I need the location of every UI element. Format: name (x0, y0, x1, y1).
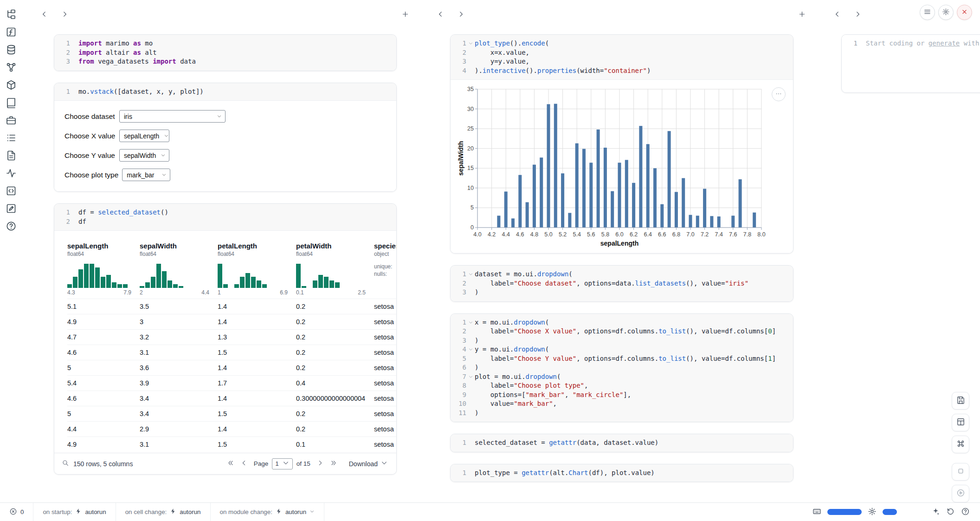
page-number-select[interactable]: 1 (272, 458, 293, 469)
svg-text:4.4: 4.4 (502, 231, 510, 238)
run-button[interactable] (952, 485, 969, 502)
sidebar-tracing-button[interactable] (4, 167, 18, 180)
layout-button[interactable] (952, 414, 969, 431)
sidebar-snippets-button[interactable] (4, 185, 18, 198)
code-editor[interactable]: 1selected_dataset = getattr(data, datase… (451, 434, 793, 452)
next-page-button[interactable] (314, 458, 326, 470)
add-cell-button[interactable] (796, 9, 808, 21)
table-column-header[interactable]: speciesobjectunique:nulls: (374, 242, 396, 299)
sidebar-dependencies-button[interactable] (4, 61, 18, 74)
code-editor[interactable]: 1import marimo as mo2import altair as al… (54, 35, 396, 71)
on-startup-setting[interactable]: on startup: autorun (33, 503, 116, 521)
first-page-button[interactable] (225, 458, 237, 470)
fold-arrow-icon[interactable] (466, 39, 475, 46)
svg-text:6.0: 6.0 (615, 231, 623, 238)
column-1-header (32, 7, 418, 23)
download-button[interactable]: Download (349, 459, 388, 468)
fold-arrow-icon[interactable] (466, 318, 475, 325)
chevrons-left-icon (227, 459, 234, 468)
table-cell: setosa (374, 303, 396, 310)
column-scroll-right-button[interactable] (58, 9, 71, 21)
table-row: 4.42.91.40.2setosa (67, 421, 396, 436)
status-bar: 0 on startup: autorun on cell change: au… (0, 502, 980, 521)
chevron-right-icon (457, 10, 465, 20)
sidebar-variables-button[interactable] (4, 26, 18, 39)
column-histogram (218, 262, 296, 288)
prev-page-button[interactable] (238, 458, 250, 470)
on-module-change-setting[interactable]: on module change: autorun (211, 503, 325, 521)
column-scroll-right-button[interactable] (455, 9, 467, 21)
table-row: 5.13.51.40.2setosa (67, 299, 396, 314)
line-number: 11 (454, 409, 466, 418)
column-scroll-right-button[interactable] (851, 9, 864, 21)
choose-dataset-select[interactable]: iris (119, 110, 226, 123)
sidebar-help-button[interactable] (4, 220, 18, 233)
menu-button[interactable] (920, 5, 935, 20)
column-scroll-left-button[interactable] (38, 9, 50, 21)
error-circle-icon (9, 508, 17, 517)
restore-backup-button[interactable] (946, 507, 955, 517)
table-column-header[interactable]: petalWidthfloat640.12.5 (296, 242, 374, 299)
stop-icon (956, 467, 965, 477)
fold-arrow-icon[interactable] (466, 372, 475, 379)
sidebar-packages-button[interactable] (4, 79, 18, 92)
svg-text:7.6: 7.6 (729, 231, 737, 238)
last-page-button[interactable] (328, 458, 340, 470)
on-cell-change-setting[interactable]: on cell change: autorun (116, 503, 211, 521)
dropdown-control-row: Choose datasetiris (64, 110, 386, 123)
fold-arrow-icon[interactable] (466, 270, 475, 277)
runtime-config-button[interactable] (868, 507, 877, 517)
generate-with-ai-link[interactable]: generate (928, 39, 960, 47)
chevron-left-icon (833, 10, 841, 20)
table-cell: 0.2 (296, 303, 374, 310)
sidebar-toolbox-button[interactable] (4, 114, 18, 127)
ai-assistant-button[interactable] (931, 507, 940, 517)
code-editor[interactable]: 1dataset = mo.ui.dropdown(2 label="Choos… (451, 266, 793, 301)
code-editor[interactable]: 1plot_type = getattr(alt.Chart(df), plot… (451, 464, 793, 482)
plus-icon (798, 10, 806, 20)
table-cell: 1.4 (218, 395, 296, 402)
table-cell: setosa (374, 379, 396, 387)
code-editor[interactable]: 1x = mo.ui.dropdown(2 label="Choose X va… (451, 314, 793, 422)
svg-text:sepalLength: sepalLength (600, 240, 638, 247)
line-number: 1 (454, 318, 466, 327)
tracing-icon (6, 168, 17, 180)
table-column-header[interactable]: sepalWidthfloat6424.4 (140, 242, 218, 299)
line-number: 3 (454, 57, 466, 66)
keyboard-shortcuts-button[interactable] (812, 507, 821, 517)
sidebar-file-tree-button[interactable] (4, 8, 18, 21)
sidebar-documentation-button[interactable] (4, 97, 18, 110)
svg-text:6.8: 6.8 (672, 231, 680, 238)
column-scroll-left-button[interactable] (434, 9, 446, 21)
sidebar-database-button[interactable] (4, 44, 18, 57)
fold-arrow-icon[interactable] (466, 345, 475, 352)
table-column-header[interactable]: petalLengthfloat6416.9 (218, 242, 296, 299)
choose-plot-type-select[interactable]: mark_bar (122, 169, 170, 181)
chart-actions-button[interactable] (772, 87, 786, 101)
bar-chart[interactable]: 4.04.24.44.64.85.05.25.45.65.86.06.26.46… (457, 85, 787, 250)
logs-icon (6, 150, 17, 163)
help-button[interactable] (961, 507, 970, 517)
stop-button[interactable] (952, 463, 969, 481)
sidebar-scratchpad-button[interactable] (4, 202, 18, 215)
new-cell-editor[interactable]: 1 Start coding or generate with AI (841, 34, 980, 93)
sidebar-logs-button[interactable] (4, 150, 18, 163)
add-cell-button[interactable] (399, 9, 411, 21)
column-scroll-left-button[interactable] (831, 9, 843, 21)
code-editor[interactable]: 1df = selected_dataset()2df (54, 204, 396, 230)
cpu-usage-bar (883, 509, 897, 515)
column-histogram (296, 262, 374, 288)
vstack-output: Choose datasetirisChoose X valuesepalLen… (54, 100, 396, 191)
save-button[interactable] (952, 392, 969, 410)
table-search-button[interactable] (62, 459, 69, 468)
code-editor[interactable]: 1mo.vstack([dataset, x, y, plot]) (54, 83, 396, 101)
close-button[interactable] (957, 5, 972, 20)
table-column-header[interactable]: sepalLengthfloat644.37.9 (67, 242, 140, 299)
code-editor[interactable]: 1plot_type().encode(2 x=x.value,3 y=y.va… (451, 35, 793, 79)
sidebar-outline-button[interactable] (4, 132, 18, 145)
command-button[interactable] (952, 436, 969, 453)
settings-button[interactable] (938, 5, 954, 20)
error-counter[interactable]: 0 (0, 503, 33, 521)
choose-x-value-select[interactable]: sepalLength (119, 130, 169, 142)
choose-y-value-select[interactable]: sepalWidth (119, 149, 169, 162)
